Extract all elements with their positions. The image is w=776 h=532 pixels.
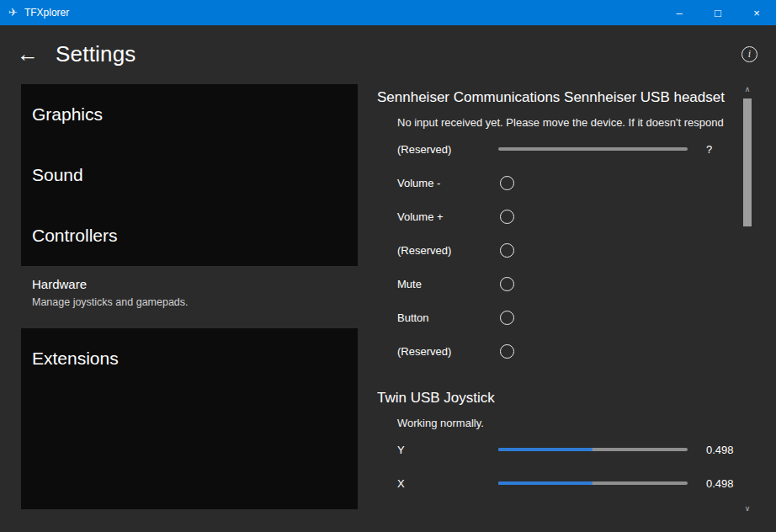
control-row: Volume + xyxy=(377,200,742,233)
control-slot xyxy=(498,448,688,451)
control-label: Y xyxy=(397,444,498,456)
sidebar-item-sound[interactable]: Sound xyxy=(21,145,358,205)
radio-button[interactable] xyxy=(500,311,514,325)
control-label: (Reserved) xyxy=(397,244,498,257)
control-label: Volume + xyxy=(397,210,498,223)
slider[interactable] xyxy=(498,448,688,451)
control-row: Volume - xyxy=(377,166,742,200)
scrollbar-thumb[interactable] xyxy=(743,98,752,226)
app-icon: ✈ xyxy=(8,0,18,25)
control-slot xyxy=(498,176,688,190)
device-section: Sennheiser Communications Sennheiser USB… xyxy=(377,89,742,368)
radio-button[interactable] xyxy=(500,243,514,258)
control-value: 0.498 xyxy=(706,477,734,490)
control-row: (Reserved)? xyxy=(377,132,742,166)
control-row: Y0.498 xyxy=(377,433,742,466)
app-title: TFXplorer xyxy=(24,7,69,19)
hardware-subtitle: Manage joysticks and gamepads. xyxy=(32,296,358,308)
control-label: Mute xyxy=(397,278,498,290)
control-slot xyxy=(498,344,688,359)
sidebar-item-controllers[interactable]: Controllers xyxy=(21,205,358,266)
maximize-button[interactable]: □ xyxy=(699,0,737,25)
device-list: Sennheiser Communications Sennheiser USB… xyxy=(377,84,742,515)
device-status: No input received yet. Please move the d… xyxy=(397,116,742,129)
control-slot xyxy=(498,481,688,485)
control-slot xyxy=(498,147,688,151)
control-label: Volume - xyxy=(397,177,498,189)
control-row: (Reserved) xyxy=(377,334,742,368)
slider-fill xyxy=(498,448,593,451)
close-button[interactable]: × xyxy=(737,0,776,25)
window-controls: – □ × xyxy=(660,0,776,25)
control-label: X xyxy=(397,477,498,490)
scrollbar[interactable]: ∧ ∨ xyxy=(742,84,752,515)
control-row: (Reserved) xyxy=(377,233,742,267)
radio-button[interactable] xyxy=(500,277,514,291)
scroll-down-icon[interactable]: ∨ xyxy=(742,503,752,515)
title-bar: ✈ TFXplorer – □ × xyxy=(0,0,776,25)
slider[interactable] xyxy=(498,481,688,485)
control-label: (Reserved) xyxy=(397,345,498,358)
page-header: ← Settings i xyxy=(0,25,776,82)
control-slot xyxy=(498,277,688,291)
hardware-title: Hardware xyxy=(32,277,358,291)
device-name: Sennheiser Communications Sennheiser USB… xyxy=(377,89,742,106)
back-arrow-icon[interactable]: ← xyxy=(17,43,39,65)
radio-button[interactable] xyxy=(500,210,514,224)
slider-fill xyxy=(498,481,593,485)
control-value: ? xyxy=(706,143,712,156)
control-label: Button xyxy=(397,311,498,324)
control-value: 0.498 xyxy=(706,444,734,456)
control-slot xyxy=(498,243,688,258)
slider[interactable] xyxy=(498,147,688,151)
sidebar-item-extensions[interactable]: Extensions xyxy=(21,328,358,389)
control-label: (Reserved) xyxy=(397,143,498,156)
sidebar-item-hardware[interactable]: Hardware Manage joysticks and gamepads. xyxy=(21,266,358,328)
control-slot xyxy=(498,311,688,325)
sidebar-nav-bottom: Extensions xyxy=(21,328,358,509)
radio-button[interactable] xyxy=(500,344,514,359)
radio-button[interactable] xyxy=(500,176,514,190)
sidebar-nav-top: GraphicsSoundControllers xyxy=(21,84,358,266)
page-title: Settings xyxy=(56,41,136,67)
control-row: X0.498 xyxy=(377,466,742,500)
device-name: Twin USB Joystick xyxy=(377,390,742,407)
device-section: Twin USB JoystickWorking normally.Y0.498… xyxy=(377,390,742,500)
minimize-button[interactable]: – xyxy=(660,0,699,25)
control-slot xyxy=(498,210,688,224)
device-status: Working normally. xyxy=(397,417,742,429)
scroll-up-icon[interactable]: ∧ xyxy=(742,84,752,96)
control-row: Button xyxy=(377,301,742,334)
sidebar-item-graphics[interactable]: Graphics xyxy=(21,84,358,145)
settings-sidebar: GraphicsSoundControllers Hardware Manage… xyxy=(21,84,358,509)
control-row: Mute xyxy=(377,267,742,301)
info-icon[interactable]: i xyxy=(741,46,757,62)
